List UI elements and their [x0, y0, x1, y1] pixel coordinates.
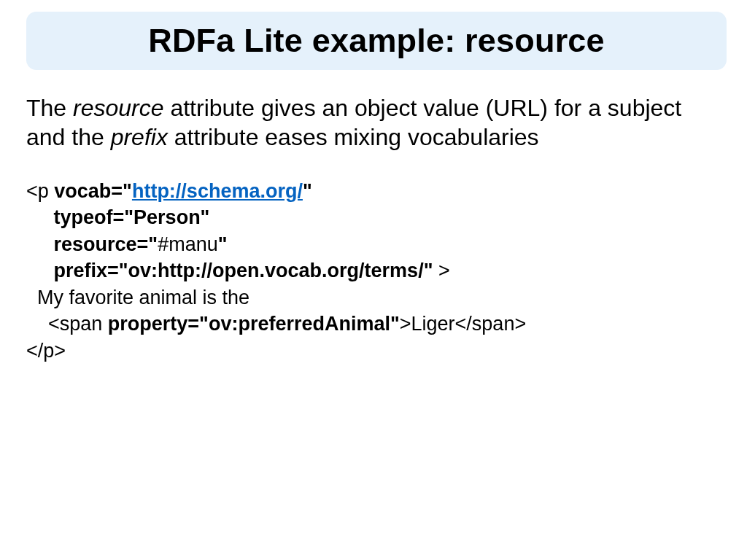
code-l3d: ": [218, 233, 228, 255]
code-l3a: [26, 233, 54, 255]
desc-text-3: attribute eases mixing vocabularies: [168, 124, 539, 150]
desc-em-resource: resource: [73, 95, 164, 121]
code-l6a: <span: [26, 313, 108, 335]
code-l2a: [26, 206, 54, 228]
desc-em-prefix: prefix: [111, 124, 168, 150]
slide-title: RDFa Lite example: resource: [41, 22, 712, 60]
slide: RDFa Lite example: resource The resource…: [0, 0, 747, 560]
code-l3c: #manu: [158, 233, 218, 255]
code-l3b: resource=": [54, 233, 158, 255]
code-l2b: typeof="Person": [54, 206, 210, 228]
code-example: <p vocab="http://schema.org/" typeof="Pe…: [26, 178, 721, 364]
desc-text-1: The: [26, 95, 73, 121]
code-l7: </p>: [26, 340, 66, 362]
title-bar: RDFa Lite example: resource: [26, 12, 727, 70]
code-l1c: ": [303, 180, 312, 202]
code-l1a: <p: [26, 180, 54, 202]
code-l5: My favorite animal is the: [26, 287, 249, 308]
code-l6c: >Liger</span>: [400, 313, 526, 335]
code-l4a: [26, 260, 54, 281]
code-l1b: vocab=": [54, 180, 132, 202]
description-paragraph: The resource attribute gives an object v…: [26, 93, 721, 152]
schema-org-link[interactable]: http://schema.org/: [132, 180, 303, 202]
code-l4c: >: [433, 260, 449, 281]
code-l4b: prefix="ov:http://open.vocab.org/terms/": [54, 260, 433, 281]
code-l6b: property="ov:preferredAnimal": [108, 313, 400, 335]
